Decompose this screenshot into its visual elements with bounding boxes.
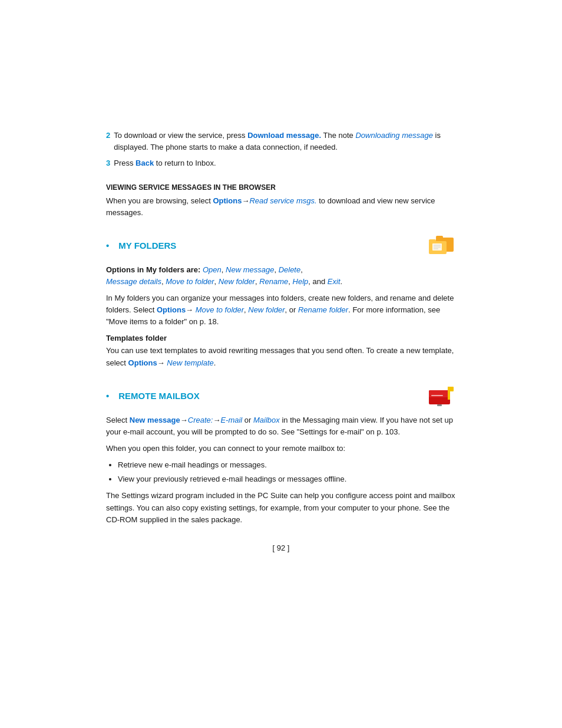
- remote-mailbox-para3: The Settings wizard program included in …: [106, 490, 456, 525]
- step-3-text-before: Press: [114, 159, 135, 167]
- my-folders-title-row: • MY FOLDERS: [106, 233, 456, 258]
- step-2-content: To download or view the service, press D…: [114, 130, 456, 153]
- step-2: 2 To download or view the service, press…: [106, 130, 456, 153]
- options-link-mf[interactable]: Options: [157, 305, 186, 314]
- svg-rect-9: [429, 390, 450, 397]
- step-3: 3 Press Back to return to Inbox.: [106, 157, 456, 169]
- viewing-section: VIEWING SERVICE MESSAGES IN THE BROWSER …: [106, 183, 456, 219]
- move-to-folder-link[interactable]: Move to folder: [196, 305, 244, 314]
- new-folder-link[interactable]: New folder: [248, 305, 285, 314]
- bullet-item-2: View your previously retrieved e-mail he…: [118, 473, 456, 485]
- page-number: [ 92 ]: [106, 543, 456, 552]
- step-3-text-after: to return to Inbox.: [154, 159, 216, 167]
- rm-arrow2: →: [213, 416, 220, 424]
- viewing-para: When you are browsing, select Options→Re…: [106, 195, 456, 219]
- email-link[interactable]: E-mail: [220, 416, 242, 424]
- new-message-link[interactable]: New message: [130, 416, 180, 424]
- option-rename[interactable]: Rename: [259, 277, 288, 286]
- viewing-text-before: When you are browsing, select: [106, 196, 213, 205]
- para1-arrow: →: [186, 305, 193, 314]
- my-folders-para1: In My folders you can organize your mess…: [106, 292, 456, 328]
- mailbox-icon: [425, 383, 456, 409]
- remote-mailbox-title: REMOTE MAILBOX: [118, 391, 200, 401]
- my-folders-options: Options in My folders are: Open, New mes…: [106, 264, 456, 288]
- viewing-heading: VIEWING SERVICE MESSAGES IN THE BROWSER: [106, 183, 456, 192]
- my-folders-bullet: •: [106, 241, 109, 251]
- svg-rect-13: [437, 404, 442, 406]
- option-message-details[interactable]: Message details: [106, 277, 161, 286]
- templates-arrow: →: [157, 358, 165, 367]
- options-link-templates[interactable]: Options: [128, 358, 157, 367]
- my-folders-title: MY FOLDERS: [118, 241, 176, 251]
- downloading-message-link[interactable]: Downloading message: [355, 131, 433, 140]
- rm-before: Select: [106, 416, 130, 424]
- option-new-message[interactable]: New message: [226, 265, 274, 274]
- templates-heading: Templates folder: [106, 334, 456, 342]
- step-2-number: 2: [106, 130, 110, 153]
- svg-rect-1: [436, 236, 443, 239]
- mailbox-link[interactable]: Mailbox: [253, 416, 280, 424]
- templates-para: You can use text templates to avoid rewr…: [106, 345, 456, 368]
- remote-mailbox-bullets: Retrieve new e-mail headings or messages…: [118, 459, 456, 485]
- para1-mid2: , or: [285, 305, 297, 314]
- option-new-folder[interactable]: New folder: [219, 277, 255, 286]
- option-move-to-folder[interactable]: Move to folder: [166, 277, 214, 286]
- page-content: 2 To download or view the service, press…: [0, 0, 562, 728]
- download-message-link[interactable]: Download message.: [247, 131, 321, 140]
- create-link[interactable]: Create:: [188, 416, 213, 424]
- new-template-link[interactable]: New template: [167, 358, 213, 367]
- templates-end: .: [214, 358, 216, 367]
- svg-rect-3: [429, 239, 436, 242]
- option-exit[interactable]: Exit: [328, 277, 340, 286]
- svg-rect-12: [431, 395, 443, 396]
- options-label: Options in My folders are:: [106, 265, 203, 274]
- step-3-number: 3: [106, 157, 110, 169]
- folders-icon: [425, 233, 456, 258]
- options-link-viewing[interactable]: Options: [213, 196, 242, 205]
- remote-mailbox-title-row: • REMOTE MAILBOX: [106, 383, 456, 409]
- read-service-msgs-link[interactable]: Read service msgs.: [249, 196, 316, 205]
- step-2-text-middle: The note: [321, 131, 355, 140]
- step-3-content: Press Back to return to Inbox.: [114, 157, 456, 169]
- my-folders-section: • MY FOLDERS Opt: [106, 233, 456, 369]
- remote-mailbox-section: • REMOTE MAILBOX: [106, 383, 456, 526]
- rm-arrow1: →: [180, 416, 188, 424]
- rm-or: or: [242, 416, 253, 424]
- step-2-text-before: To download or view the service, press: [114, 131, 247, 140]
- option-help[interactable]: Help: [293, 277, 309, 286]
- bullet-item-1: Retrieve new e-mail headings or messages…: [118, 459, 456, 471]
- rename-folder-link[interactable]: Rename folder: [298, 305, 348, 314]
- remote-mailbox-para1: Select New message→Create:→E-mail or Mai…: [106, 414, 456, 438]
- viewing-arrow: →: [242, 196, 249, 205]
- option-open[interactable]: Open: [203, 265, 222, 274]
- svg-rect-11: [448, 387, 454, 391]
- remote-mailbox-para2: When you open this folder, you can conne…: [106, 443, 456, 454]
- option-delete[interactable]: Delete: [279, 265, 301, 274]
- back-link[interactable]: Back: [135, 159, 154, 167]
- remote-mailbox-bullet: •: [106, 391, 109, 401]
